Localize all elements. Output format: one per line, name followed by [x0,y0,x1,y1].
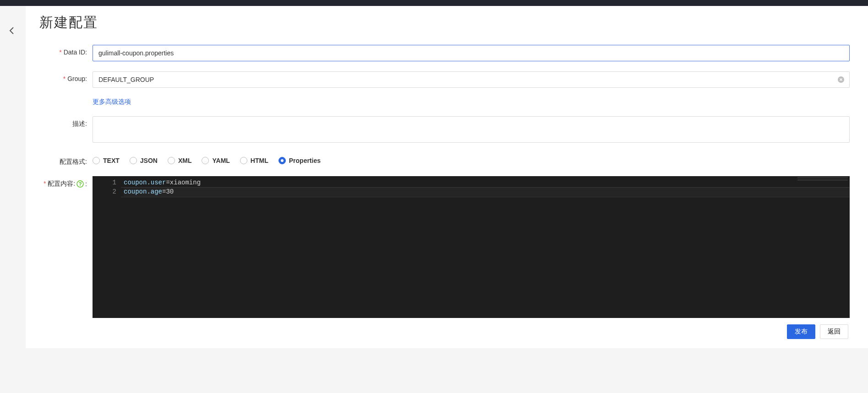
row-description: 描述: [39,116,850,144]
radio-circle-icon [240,157,247,164]
label-format: 配置格式: [39,154,93,166]
radio-circle-icon [202,157,209,164]
control-format: TEXTJSONXMLYAMLHTMLProperties [93,154,850,164]
control-group [93,71,850,88]
label-content: 配置内容: [44,180,75,188]
help-icon[interactable]: ? [76,180,84,188]
radio-yaml[interactable]: YAML [202,157,229,164]
label-data-id: Data ID: [39,45,93,56]
code-line: coupon.user=xiaoming [124,178,850,187]
label-description: 描述: [39,116,93,128]
group-input[interactable] [98,72,837,87]
radio-html[interactable]: HTML [240,157,268,164]
editor-gutter: 12 [93,176,121,318]
svg-text:?: ? [79,181,82,187]
line-number: 2 [93,187,116,196]
button-row: 发布 返回 [39,324,850,339]
row-advanced: 更多高级选项 [39,98,850,106]
radio-circle-icon [278,157,286,164]
advanced-options-link[interactable]: 更多高级选项 [93,98,131,105]
description-input[interactable] [93,116,850,143]
radio-label: HTML [251,157,268,164]
top-bar [0,0,868,6]
radio-label: Properties [289,157,321,164]
radio-label: JSON [140,157,158,164]
radio-properties[interactable]: Properties [278,157,321,164]
back-button[interactable]: 返回 [820,324,848,339]
row-data-id: Data ID: [39,45,850,61]
radio-circle-icon [93,157,100,164]
data-id-input[interactable] [93,45,850,61]
radio-circle-icon [168,157,175,164]
label-advanced-spacer [39,98,93,102]
label-group: Group: [39,71,93,82]
label-content-colon: : [85,180,87,188]
radio-label: TEXT [103,157,120,164]
publish-button[interactable]: 发布 [787,324,815,339]
code-line: coupon.age=30 [124,187,850,196]
clear-icon[interactable] [837,76,845,83]
config-form: Data ID: Group: 更多高级选项 描述 [39,45,850,339]
line-number: 1 [93,178,116,187]
control-advanced: 更多高级选项 [93,98,850,106]
radio-label: XML [178,157,192,164]
radio-circle-icon [130,157,137,164]
row-group: Group: [39,71,850,88]
main-panel: 新建配置 Data ID: Group: 更多高级选项 [26,6,868,348]
control-content: 12 coupon.user=xiaomingcoupon.age=30 [93,176,850,318]
label-content-wrap: 配置内容: ? : [39,176,93,188]
editor-minimap-icon [797,177,848,181]
control-data-id [93,45,850,61]
format-radio-group: TEXTJSONXMLYAMLHTMLProperties [93,154,850,164]
radio-label: YAML [212,157,229,164]
group-input-wrap [93,71,850,88]
page-title: 新建配置 [39,13,850,32]
code-editor[interactable]: 12 coupon.user=xiaomingcoupon.age=30 [93,176,850,318]
control-description [93,116,850,144]
back-arrow-icon[interactable] [7,26,16,37]
row-content: 配置内容: ? : 12 coupon.user=xiaomingcoupon.… [39,176,850,318]
row-format: 配置格式: TEXTJSONXMLYAMLHTMLProperties [39,154,850,166]
radio-xml[interactable]: XML [168,157,192,164]
radio-text[interactable]: TEXT [93,157,120,164]
radio-json[interactable]: JSON [130,157,158,164]
editor-content[interactable]: coupon.user=xiaomingcoupon.age=30 [121,176,850,318]
